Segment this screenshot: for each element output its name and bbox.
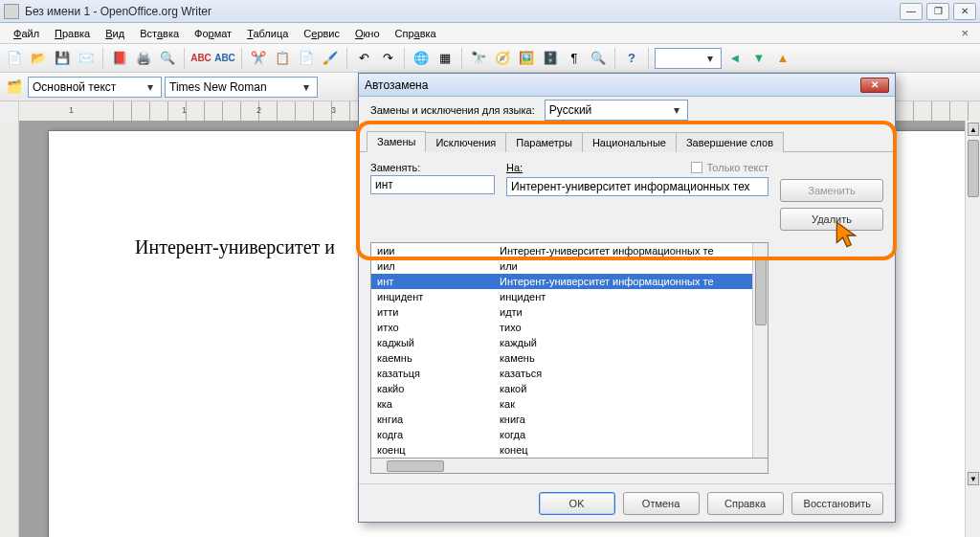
tab-options[interactable]: Параметры <box>505 132 583 152</box>
scroll-thumb[interactable] <box>387 460 444 472</box>
hyperlink-button[interactable]: 🌐 <box>411 48 432 69</box>
cancel-button[interactable]: Отмена <box>623 492 700 515</box>
nav-prev-button[interactable]: ◄ <box>724 48 746 69</box>
replace-button[interactable]: Заменить <box>780 179 883 202</box>
document-close-button[interactable]: × <box>955 26 974 40</box>
find-button[interactable]: 🔭 <box>468 48 489 69</box>
menu-view[interactable]: Вид <box>98 26 132 41</box>
print-button[interactable]: 🖨️ <box>133 48 154 69</box>
paragraph-style-combo[interactable]: Основной текст ▾ <box>28 77 162 98</box>
list-item[interactable]: иттиидти <box>371 304 752 320</box>
menu-table[interactable]: Таблица <box>239 26 296 41</box>
cut-button[interactable]: ✂️ <box>248 48 269 69</box>
nonprinting-button[interactable]: ¶ <box>564 48 585 69</box>
list-item[interactable]: иииИнтерент-университет информационных т… <box>371 243 752 258</box>
ok-button[interactable]: OK <box>539 492 615 515</box>
scroll-up-button[interactable]: ▲ <box>968 123 979 136</box>
window-maximize-button[interactable]: ❐ <box>926 3 949 20</box>
spellcheck-button[interactable]: ABC <box>190 48 212 69</box>
gallery-button[interactable]: 🖼️ <box>516 48 537 69</box>
table-button[interactable]: ▦ <box>434 48 456 69</box>
tab-word-completion[interactable]: Завершение слов <box>676 132 784 152</box>
scroll-thumb[interactable] <box>968 140 979 197</box>
list-item[interactable]: интИнтерент-университет информационных т… <box>371 274 752 289</box>
restore-button[interactable]: Восстановить <box>791 492 883 515</box>
export-pdf-button[interactable]: 📕 <box>109 48 130 69</box>
list-item[interactable]: казатьцяказаться <box>371 366 752 381</box>
list-item[interactable]: каджыйкаждый <box>371 335 752 350</box>
scroll-down-button[interactable]: ▼ <box>968 472 979 485</box>
navigator-button[interactable]: 🧭 <box>492 48 513 69</box>
replacement-list[interactable]: иииИнтерент-университет информационных т… <box>370 242 768 459</box>
format-paint-button[interactable]: 🖌️ <box>320 48 341 69</box>
language-combo[interactable]: Русский ▾ <box>545 100 688 121</box>
replace-label: Заменять: <box>370 162 495 173</box>
language-value: Русский <box>549 103 592 117</box>
window-minimize-button[interactable]: — <box>900 3 923 20</box>
dialog-close-button[interactable]: ✕ <box>860 78 889 93</box>
list-item[interactable]: кнгиакнига <box>371 412 752 427</box>
menu-tools[interactable]: Сервис <box>296 26 347 41</box>
data-sources-button[interactable]: 🗄️ <box>540 48 561 69</box>
list-cell-replace: кка <box>371 398 496 410</box>
dialog-titlebar[interactable]: Автозамена ✕ <box>359 74 895 97</box>
new-button[interactable]: 📄 <box>4 48 25 69</box>
help-button[interactable]: Справка <box>707 492 784 515</box>
nav-down-button[interactable]: ▼ <box>748 48 769 69</box>
tab-localized[interactable]: Национальные <box>582 132 677 152</box>
menu-help[interactable]: Справка <box>388 26 444 41</box>
styles-button[interactable]: 🗂️ <box>4 77 25 98</box>
replace-input[interactable] <box>370 175 495 194</box>
zoom-button[interactable]: 🔍 <box>588 48 609 69</box>
open-button[interactable]: 📂 <box>28 48 49 69</box>
preview-button[interactable]: 🔍 <box>157 48 178 69</box>
chevron-down-icon: ▾ <box>144 80 157 94</box>
list-cell-replace: иил <box>371 260 496 272</box>
email-button[interactable]: ✉️ <box>76 48 97 69</box>
undo-button[interactable]: ↶ <box>353 48 374 69</box>
list-item[interactable]: итхотихо <box>371 320 752 335</box>
list-scrollbar-horizontal[interactable] <box>370 459 768 474</box>
redo-button[interactable]: ↷ <box>377 48 398 69</box>
ruler-vertical[interactable] <box>0 121 19 537</box>
menu-window[interactable]: Окно <box>347 26 388 41</box>
document-text[interactable]: Интерент-университет и <box>135 236 335 257</box>
zoom-combo[interactable]: ▾ <box>655 48 722 69</box>
menu-edit[interactable]: Правка <box>47 26 98 41</box>
help-button[interactable]: ? <box>621 48 642 69</box>
list-cell-with: или <box>496 260 752 272</box>
list-scrollbar-vertical[interactable] <box>752 243 768 458</box>
list-item[interactable]: инцидентинцидент <box>371 289 752 304</box>
paste-button[interactable]: 📄 <box>296 48 317 69</box>
autospell-button[interactable]: ABC <box>214 48 235 69</box>
list-item[interactable]: коенцконец <box>371 442 752 458</box>
save-button[interactable]: 💾 <box>52 48 73 69</box>
list-item[interactable]: ккакак <box>371 396 752 412</box>
copy-button[interactable]: 📋 <box>272 48 293 69</box>
font-name-value: Times New Roman <box>169 80 267 94</box>
menu-format[interactable]: Формат <box>187 26 239 41</box>
list-cell-replace: инт <box>371 276 496 287</box>
scrollbar-vertical[interactable]: ▲ ▼ <box>965 121 980 537</box>
menu-insert[interactable]: Вставка <box>132 26 187 41</box>
list-item[interactable]: какйокакой <box>371 381 752 396</box>
list-cell-with: Интерент-университет информационных те <box>496 276 752 287</box>
font-name-combo[interactable]: Times New Roman ▾ <box>165 77 318 98</box>
tab-exceptions[interactable]: Исключения <box>425 132 506 152</box>
app-icon <box>4 4 19 19</box>
list-item[interactable]: кодгакогда <box>371 427 752 442</box>
list-item[interactable]: каемнькамень <box>371 350 752 366</box>
list-cell-replace: иии <box>371 245 496 257</box>
delete-button[interactable]: Удалить <box>780 208 883 231</box>
chevron-down-icon: ▾ <box>670 103 683 117</box>
with-input[interactable] <box>506 177 768 196</box>
scroll-thumb[interactable] <box>755 258 767 325</box>
window-close-button[interactable]: ✕ <box>953 3 976 20</box>
text-only-checkbox[interactable]: Только текст <box>691 162 768 173</box>
list-item[interactable]: иилили <box>371 258 752 274</box>
list-cell-with: какой <box>496 383 752 394</box>
nav-up-button[interactable]: ▲ <box>772 48 793 69</box>
menu-file[interactable]: Файл <box>6 26 47 41</box>
tab-replace[interactable]: Замены <box>367 131 426 152</box>
list-cell-with: камень <box>496 352 752 364</box>
